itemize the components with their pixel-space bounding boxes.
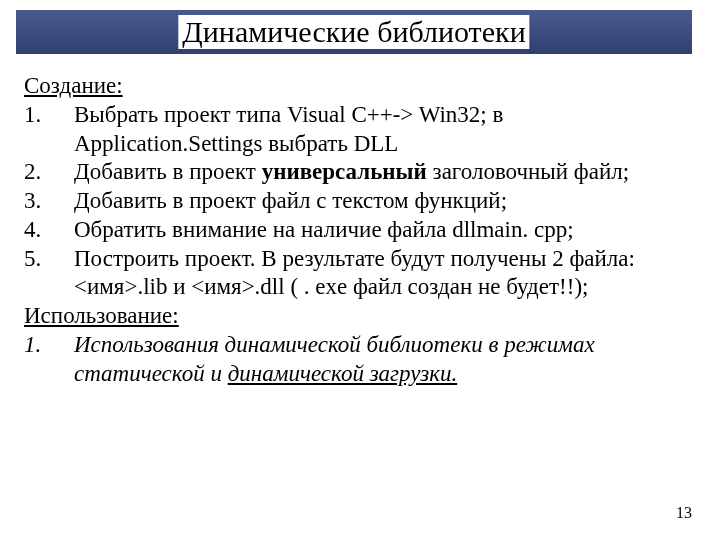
list-item: 5. Построить проект. В результате будут … [24,245,688,303]
item-text-part: заголовочный файл; [427,159,629,184]
list-item: 1. Выбрать проект типа Visual C++-> Win3… [24,101,688,159]
creation-list: 1. Выбрать проект типа Visual C++-> Win3… [24,101,688,302]
item-text: Выбрать проект типа Visual C++-> Win32; … [74,101,688,159]
item-text-bold: универсальный [262,159,427,184]
item-text-part: Добавить в проект файл с текстом функций… [74,188,507,213]
usage-list: 1. Использования динамической библиотеки… [24,331,688,389]
item-text: Добавить в проект файл с текстом функций… [74,187,688,216]
item-text-underlined: динамической загрузки. [228,361,457,386]
item-text: Использования динамической библиотеки в … [74,331,688,389]
section-creation-label: Создание: [24,72,688,101]
item-text: Добавить в проект универсальный заголово… [74,158,688,187]
list-item: 4. Обратить внимание на наличие файла dl… [24,216,688,245]
item-number: 5. [24,245,74,303]
section-usage-label: Использование: [24,302,688,331]
item-number: 1. [24,331,74,389]
slide-body: Создание: 1. Выбрать проект типа Visual … [0,54,720,388]
item-number: 2. [24,158,74,187]
item-text-part: Обратить внимание на наличие файла dllma… [74,217,574,242]
list-item: 3. Добавить в проект файл с текстом функ… [24,187,688,216]
item-number: 3. [24,187,74,216]
item-text-part: Выбрать проект типа Visual C++-> Win32; … [74,102,503,156]
page-number: 13 [676,504,692,522]
item-number: 4. [24,216,74,245]
item-text: Обратить внимание на наличие файла dllma… [74,216,688,245]
item-text: Построить проект. В результате будут пол… [74,245,688,303]
slide-title: Динамические библиотеки [178,15,529,49]
item-number: 1. [24,101,74,159]
item-text-part: Добавить в проект [74,159,262,184]
title-bar: Динамические библиотеки [16,10,692,54]
list-item: 2. Добавить в проект универсальный загол… [24,158,688,187]
item-text-part: Построить проект. В результате будут пол… [74,246,635,300]
list-item: 1. Использования динамической библиотеки… [24,331,688,389]
